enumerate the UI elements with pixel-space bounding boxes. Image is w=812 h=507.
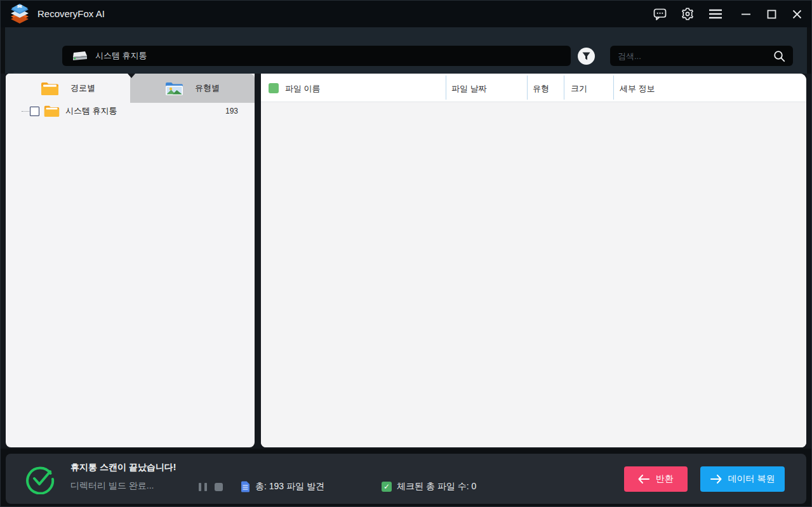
content-area: 경로별 유형별 [1,74,811,449]
return-button[interactable]: 반환 [624,466,688,492]
column-details[interactable]: 세부 정보 [620,83,655,95]
hard-drive-icon [71,51,88,62]
tree-item-label: 시스템 휴지통 [65,105,117,117]
search-box [610,46,793,66]
pause-icon[interactable] [199,483,207,491]
search-input[interactable] [618,51,773,61]
folder-icon [41,81,59,96]
select-all-checkbox[interactable] [269,83,279,93]
tab-by-path[interactable]: 경로별 [6,74,130,103]
tree-item-checkbox[interactable] [30,107,39,116]
column-separator[interactable] [446,76,446,100]
column-size[interactable]: 크기 [571,83,587,95]
total-files-label: 총: 193 파일 발견 [255,481,324,492]
sidebar: 경로별 유형별 [6,74,255,447]
window-controls [739,1,804,27]
path-value: 시스템 휴지통 [95,50,147,62]
checked-checkbox-icon: ✓ [382,482,392,492]
close-icon[interactable] [790,7,804,21]
column-separator[interactable] [613,76,614,100]
arrow-right-icon [710,475,722,484]
titlebar-icons [653,1,722,27]
app-title: RecoveryFox AI [37,8,105,19]
folder-icon [44,105,60,117]
tab-caret [128,74,135,78]
checked-files-label: 체크된 총 파일 수: 0 [397,481,476,492]
column-separator[interactable] [527,76,528,100]
stop-icon[interactable] [215,483,223,491]
magnifier-icon[interactable] [773,50,785,62]
tree-item-recycle-bin[interactable]: 시스템 휴지통 193 [6,103,255,119]
settings-gear-icon[interactable] [681,7,695,21]
scan-complete-check-icon [25,464,55,494]
file-list-header: 파일 이름 파일 날짜 유형 크기 세부 정보 [261,74,806,102]
return-button-label: 반환 [656,473,674,485]
title-bar: RecoveryFox AI [1,1,811,27]
maximize-icon[interactable] [764,7,778,21]
status-bar: 휴지통 스캔이 끝났습니다! 디렉터리 빌드 완료... 총: 193 파일 발… [6,454,806,504]
sidebar-tabs: 경로별 유형별 [6,74,255,103]
menu-icon[interactable] [709,7,722,21]
tab-by-type[interactable]: 유형별 [130,74,255,103]
file-list-panel: 파일 이름 파일 날짜 유형 크기 세부 정보 [261,74,806,447]
app-window: RecoveryFox AI [0,0,812,507]
app-logo-icon [8,3,31,25]
path-field[interactable]: 시스템 휴지통 [62,46,571,66]
filter-funnel-icon[interactable] [578,48,595,65]
document-icon [241,481,250,492]
recover-button-label: 데이터 복원 [728,473,775,485]
tree-branch-line [22,111,29,112]
scan-status-title: 휴지통 스캔이 끝났습니다! [70,462,176,473]
nav-bar: 시스템 휴지통 [5,27,807,74]
tree-item-count: 193 [225,107,238,115]
column-file-date[interactable]: 파일 날짜 [451,83,487,95]
minimize-icon[interactable] [739,7,753,21]
tab-by-type-label: 유형별 [195,82,220,94]
column-file-name[interactable]: 파일 이름 [285,83,321,95]
column-separator[interactable] [564,76,564,100]
image-folder-icon [165,81,183,96]
file-list-body[interactable] [261,103,806,447]
column-type[interactable]: 유형 [533,83,549,95]
folder-tree: 시스템 휴지통 193 [6,103,255,119]
checked-files-stat: ✓ 체크된 총 파일 수: 0 [382,481,476,492]
scan-status-subtitle: 디렉터리 빌드 완료... [70,480,154,492]
total-files-stat: 총: 193 파일 발견 [241,481,324,492]
feedback-icon[interactable] [653,7,667,21]
tab-by-path-label: 경로별 [70,82,95,94]
recover-data-button[interactable]: 데이터 복원 [700,466,785,492]
arrow-left-icon [638,475,649,484]
